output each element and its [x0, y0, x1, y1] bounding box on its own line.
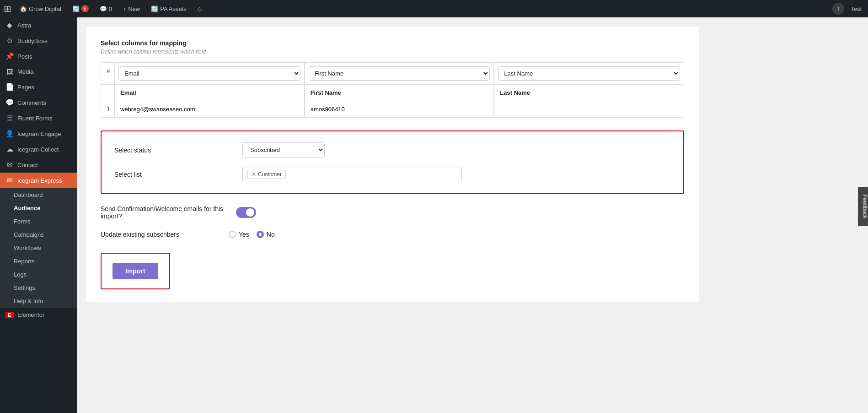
lastname-select-cell[interactable]: Last Name [494, 63, 684, 84]
toggle-slider [236, 207, 256, 218]
sidebar-item-icegram-collect[interactable]: ☁ Icegram Collect [0, 141, 77, 157]
update-radio-group: Yes No [229, 231, 275, 238]
tag-remove-icon[interactable]: ✕ [252, 171, 256, 178]
confirmation-label: Send Confirmation/Welcome emails for thi… [101, 205, 229, 220]
contact-icon: ✉ [5, 161, 14, 169]
topbar-right: T Test [832, 0, 864, 17]
new-item[interactable]: + New [120, 0, 143, 17]
user-name[interactable]: Test [848, 0, 864, 17]
sidebar-submenu-audience[interactable]: Audience [0, 201, 77, 215]
diamond-icon: ◇ [198, 5, 202, 12]
tag-label: Customer [258, 171, 282, 178]
site-name[interactable]: 🏠 Grow Digital [17, 0, 64, 17]
sidebar-item-pages[interactable]: 📄 Pages [0, 79, 77, 95]
media-icon: 🖼 [5, 68, 14, 76]
firstname-select-cell[interactable]: First Name [305, 63, 494, 84]
update-yes-option[interactable]: Yes [229, 231, 249, 238]
sidebar-submenu-settings[interactable]: Settings [0, 281, 77, 294]
sidebar-item-contact[interactable]: ✉ Contact [0, 157, 77, 173]
no-radio-circle [257, 231, 264, 238]
firstname-column-select[interactable]: First Name [309, 66, 490, 81]
sidebar-submenu: Dashboard Audience Forms Campaigns Workf… [0, 188, 77, 308]
lastname-col-header: Last Name [494, 85, 684, 101]
sidebar-item-buddyboss[interactable]: ⊙ BuddyBoss [0, 33, 77, 49]
lastname-column-select[interactable]: Last Name [498, 66, 680, 81]
sidebar-submenu-help-info[interactable]: Help & Info [0, 294, 77, 308]
pa-assets-item[interactable]: 🔄 PA Assets [148, 0, 189, 17]
list-tag-input[interactable]: ✕ Customer [242, 167, 462, 182]
row-firstname: amos906410 [305, 101, 494, 117]
posts-icon: 📌 [5, 52, 14, 60]
confirmation-toggle[interactable] [236, 207, 256, 218]
status-select[interactable]: Subscribed Unsubscribed Pending Bounced [242, 142, 325, 158]
yes-radio-circle [229, 231, 236, 238]
user-avatar: T [832, 3, 844, 15]
row-index: 1 [101, 101, 115, 117]
elementor-icon: E [5, 312, 14, 318]
email-select-cell[interactable]: Email [115, 63, 305, 84]
hash-header [101, 85, 115, 101]
sidebar-submenu-reports[interactable]: Reports [0, 255, 77, 268]
pages-icon: 📄 [5, 83, 14, 91]
sidebar-item-elementor[interactable]: E Elementor [0, 308, 77, 322]
firstname-col-header: First Name [305, 85, 494, 101]
astra-icon: ◆ [5, 21, 14, 29]
confirmation-row: Send Confirmation/Welcome emails for thi… [101, 205, 684, 220]
wp-logo: ⊞ [4, 3, 11, 14]
diamond-icon-item[interactable]: ◇ [195, 0, 205, 17]
yes-label: Yes [239, 231, 249, 238]
sidebar-submenu-forms[interactable]: Forms [0, 215, 77, 228]
comments-sidebar-icon: 💬 [5, 98, 14, 107]
list-label: Select list [114, 171, 242, 178]
sidebar-item-comments[interactable]: 💬 Comments [0, 95, 77, 110]
fluent-forms-icon: ☰ [5, 114, 14, 122]
list-row: Select list ✕ Customer [114, 167, 670, 182]
sidebar-item-posts[interactable]: 📌 Posts [0, 49, 77, 64]
status-section: Select status Subscribed Unsubscribed Pe… [101, 130, 684, 194]
update-label: Update existing subscribers [101, 231, 229, 238]
pa-assets-icon: 🔄 [151, 5, 158, 12]
site-icon: 🏠 [20, 5, 27, 12]
icegram-collect-icon: ☁ [5, 145, 14, 153]
content-card: Select columns for mapping Define which … [86, 27, 699, 302]
main-content: Select columns for mapping Define which … [77, 17, 868, 413]
sidebar: ◆ Astra ⊙ BuddyBoss 📌 Posts 🖼 Media 📄 Pa… [0, 17, 77, 413]
customer-tag[interactable]: ✕ Customer [247, 170, 286, 179]
no-label: No [267, 231, 275, 238]
mapping-section: Select columns for mapping Define which … [101, 39, 684, 118]
mapping-description: Define which column represents which fie… [101, 49, 684, 55]
mapping-title: Select columns for mapping [101, 39, 684, 47]
sidebar-item-media[interactable]: 🖼 Media [0, 64, 77, 79]
email-column-select[interactable]: Email [118, 66, 300, 81]
row-lastname [494, 101, 684, 117]
comments-icon: 💬 [100, 5, 107, 12]
icegram-engage-icon: 👤 [5, 130, 14, 138]
import-button[interactable]: Import [113, 263, 158, 279]
feedback-tab[interactable]: Feedback [858, 187, 868, 226]
sidebar-item-astra[interactable]: ◆ Astra [0, 17, 77, 33]
topbar: ⊞ 🏠 Grow Digital 🔄 5 💬 0 + New 🔄 PA Asse… [0, 0, 868, 17]
status-label: Select status [114, 147, 242, 154]
update-no-option[interactable]: No [257, 231, 275, 238]
status-row: Select status Subscribed Unsubscribed Pe… [114, 142, 670, 158]
import-box: Import [101, 253, 170, 289]
sidebar-submenu-campaigns[interactable]: Campaigns [0, 228, 77, 241]
sidebar-item-icegram-engage[interactable]: 👤 Icegram Engage [0, 126, 77, 141]
sidebar-item-icegram-express[interactable]: ✉ Icegram Express [0, 173, 77, 188]
updates-item[interactable]: 🔄 5 [70, 0, 91, 17]
sidebar-item-fluent-forms[interactable]: ☰ Fluent Forms [0, 110, 77, 126]
feedback-label: Feedback [862, 195, 868, 219]
icegram-express-icon: ✉ [5, 176, 14, 185]
sidebar-submenu-dashboard[interactable]: Dashboard [0, 188, 77, 201]
buddyboss-icon: ⊙ [5, 37, 14, 45]
sidebar-submenu-workflows[interactable]: Workflows [0, 241, 77, 255]
update-row: Update existing subscribers Yes No [101, 231, 684, 238]
comments-item[interactable]: 💬 0 [97, 0, 115, 17]
email-col-header: Email [115, 85, 305, 101]
hash-cell: # [101, 63, 115, 84]
updates-icon: 🔄 [72, 5, 80, 12]
sidebar-submenu-logs[interactable]: Logs [0, 268, 77, 281]
row-email: webreg4@swanseaseo.com [115, 101, 305, 117]
